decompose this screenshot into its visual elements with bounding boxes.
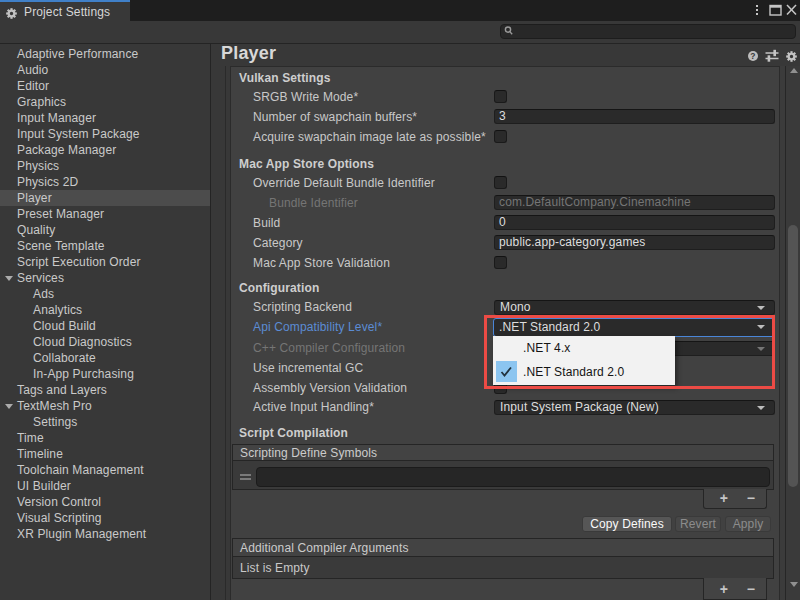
svg-text:?: ?: [750, 51, 755, 61]
